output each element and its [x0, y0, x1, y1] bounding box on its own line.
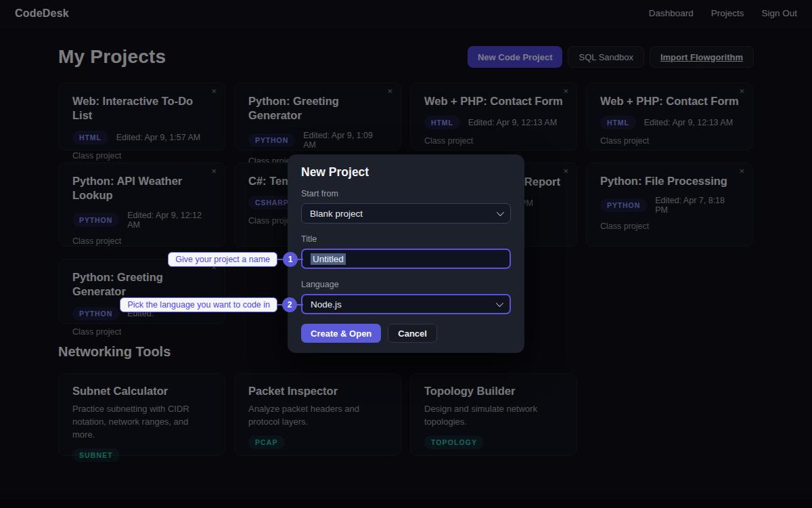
tour-tooltip-1: Give your project a name: [168, 252, 277, 267]
title-input-value: Untitled: [311, 253, 346, 265]
language-value: Node.js: [311, 299, 342, 310]
chevron-down-icon: [497, 209, 504, 216]
modal-title: New Project: [301, 165, 511, 179]
tour-step-1-badge: 1: [283, 252, 298, 267]
chevron-down-icon: [496, 299, 503, 307]
new-project-modal: New Project Start from Blank project Tit…: [288, 154, 524, 353]
language-select[interactable]: Node.js: [301, 294, 511, 314]
cancel-button[interactable]: Cancel: [388, 324, 437, 343]
start-from-value: Blank project: [310, 209, 363, 219]
title-input[interactable]: Untitled: [301, 249, 511, 269]
tour-tooltip-2: Pick the language you want to code in: [120, 297, 277, 312]
start-from-select[interactable]: Blank project: [301, 203, 511, 224]
tour-step-2-badge: 2: [282, 297, 297, 312]
start-from-label: Start from: [301, 189, 511, 198]
modal-actions: Create & Open Cancel: [301, 324, 511, 343]
create-and-open-button[interactable]: Create & Open: [301, 324, 381, 343]
language-label: Language: [301, 280, 511, 289]
title-label: Title: [301, 234, 511, 244]
